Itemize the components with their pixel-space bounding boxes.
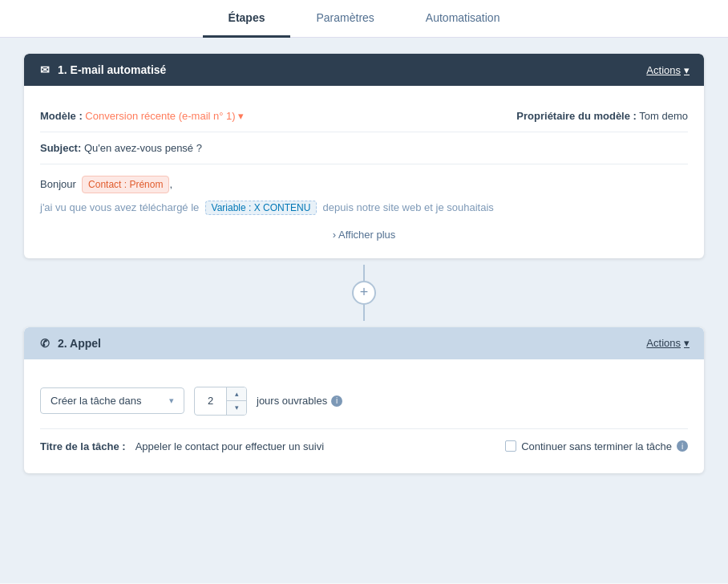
step2-header: ✆ 2. Appel Actions ▾ [24,327,704,359]
step2-number-label: 2. Appel [58,337,101,350]
body-line2: j'ai vu que vous avez téléchargé le Vari… [40,200,688,216]
body-prefix: Bonjour [40,178,76,190]
step1-header: ✉ 1. E-mail automatisé Actions ▾ [24,54,704,86]
step1-body: Modèle : Conversion récente (e-mail n° 1… [24,86,704,258]
step2-card: ✆ 2. Appel Actions ▾ Créer la tâche dans… [24,327,704,473]
task-row: Créer la tâche dans ▾ 2 ▴ ▾ jours ouvrab… [40,374,688,429]
subject-row: Subject: Qu'en avez-vous pensé ? [40,132,688,164]
body-line1: Bonjour Contact : Prénom, [40,176,688,193]
days-info-icon[interactable]: i [331,395,342,407]
step2-actions-button[interactable]: Actions ▾ [646,337,690,349]
plus-icon: + [360,284,369,301]
task-dropdown[interactable]: Créer la tâche dans ▾ [40,387,184,414]
task-title-label: Titre de la tâche : [40,440,126,452]
body-row: Bonjour Contact : Prénom, j'ai vu que vo… [40,164,688,222]
variable-tag: Variable : X CONTENU [205,201,317,215]
phone-icon: ✆ [38,337,51,350]
days-label-group: jours ouvrables i [257,395,342,407]
show-more-label: Afficher plus [338,229,395,241]
subject-label: Subject: [40,142,81,154]
days-spinner: 2 ▴ ▾ [194,387,247,416]
step1-number-label: 1. E-mail automatisé [58,63,166,76]
step2-title: ✆ 2. Appel [38,337,101,350]
model-link[interactable]: Conversion récente (e-mail n° 1) ▾ [85,110,244,122]
dropdown-arrow-icon: ▾ [169,395,174,406]
chevron-down-icon: ▾ [684,64,690,76]
body-line2-prefix: j'ai vu que vous avez téléchargé le [40,201,199,213]
tab-etapes[interactable]: Étapes [203,0,291,38]
continue-checkbox[interactable] [505,440,516,452]
continue-label: Continuer sans terminer la tâche [521,440,672,452]
connector-line-top [363,265,365,281]
tab-automatisation[interactable]: Automatisation [400,0,526,38]
step1-card: ✉ 1. E-mail automatisé Actions ▾ Modèle … [24,54,704,258]
continue-info-icon[interactable]: i [677,440,688,452]
tab-parametres[interactable]: Paramètres [290,0,399,38]
task-title-row: Titre de la tâche : Appeler le contact p… [40,429,688,459]
body-line2-suffix: depuis notre site web et je souhaitais [323,201,494,213]
days-value: 2 [195,387,227,415]
task-title-value: Appeler le contact pour effectuer un sui… [135,440,324,452]
task-dropdown-label: Créer la tâche dans [51,395,141,407]
chevron-down-icon: ▾ [684,337,690,349]
expand-icon: › [333,229,336,241]
continue-checkbox-group: Continuer sans terminer la tâche i [505,440,688,452]
show-more-button[interactable]: › Afficher plus [40,222,688,244]
contact-tag: Contact : Prénom [82,176,169,193]
step1-title: ✉ 1. E-mail automatisé [38,63,166,76]
owner-field: Propriétaire du modèle : Tom demo [516,110,688,122]
spin-down-button[interactable]: ▾ [227,401,246,415]
top-tabs: Étapes Paramètres Automatisation [0,0,728,38]
days-label: jours ouvrables [257,395,327,407]
spinner-buttons: ▴ ▾ [227,387,246,415]
content-area: ✉ 1. E-mail automatisé Actions ▾ Modèle … [0,38,728,583]
model-label: Modèle : [40,110,83,122]
subject-text: Qu'en avez-vous pensé ? [84,142,202,154]
spin-up-button[interactable]: ▴ [227,387,246,402]
body-suffix: , [169,178,172,190]
email-icon: ✉ [38,63,51,76]
step1-actions-button[interactable]: Actions ▾ [646,64,690,76]
connector-line-bottom [363,305,365,321]
add-step-button[interactable]: + [352,281,376,305]
model-row: Modèle : Conversion récente (e-mail n° 1… [40,100,688,132]
connector: + [24,258,704,327]
step2-body: Créer la tâche dans ▾ 2 ▴ ▾ jours ouvrab… [24,359,704,473]
